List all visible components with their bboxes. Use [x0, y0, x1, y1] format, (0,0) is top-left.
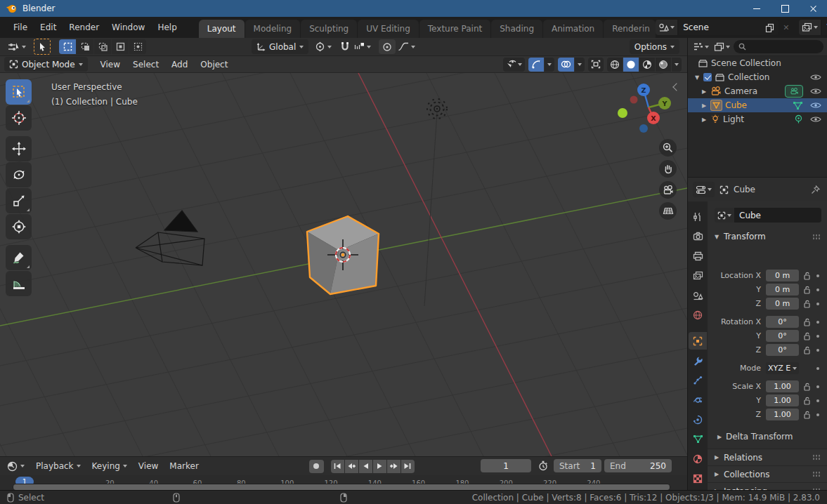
object-visibility-dropdown[interactable] — [503, 58, 525, 72]
expand-icon[interactable]: ▼ — [693, 74, 701, 81]
unlink-scene-icon[interactable]: ✕ — [780, 23, 792, 32]
animate-dot[interactable] — [816, 274, 819, 277]
object-id-dropdown[interactable] — [715, 208, 734, 223]
tab-scene[interactable] — [689, 286, 707, 304]
axis-neg-x-ball[interactable] — [630, 96, 638, 104]
tab-world[interactable] — [689, 306, 707, 324]
animate-dot[interactable] — [816, 385, 819, 388]
auto-keyframe-button[interactable] — [309, 460, 324, 473]
tool-move[interactable] — [6, 136, 32, 161]
panel-grip-icon[interactable] — [812, 454, 821, 460]
tab-view-layer[interactable] — [689, 267, 707, 284]
tab-object[interactable] — [689, 332, 707, 350]
tab-animation[interactable]: Animation — [543, 20, 603, 38]
viewport-3d[interactable]: User Perspective (1) Collection | Cube — [0, 73, 687, 456]
axis-z-ball[interactable]: Z — [637, 84, 650, 96]
animate-dot[interactable] — [816, 367, 819, 370]
playback-menu[interactable]: Playback — [31, 461, 86, 471]
animate-dot[interactable] — [816, 321, 819, 324]
hide-eye-icon[interactable] — [810, 116, 821, 123]
collapse-icon[interactable]: ▶ — [701, 102, 708, 109]
location-z-field[interactable]: 0 m — [766, 298, 799, 310]
scale-y-field[interactable]: 1.00 — [766, 394, 799, 406]
light-data-badge[interactable] — [794, 114, 803, 124]
object-name-input[interactable]: Cube — [734, 208, 821, 223]
menu-add[interactable]: Add — [166, 60, 193, 69]
hide-eye-icon[interactable] — [810, 74, 821, 81]
view-layer-browse-button[interactable] — [799, 20, 821, 35]
lock-icon[interactable] — [804, 346, 811, 354]
tab-output[interactable] — [689, 247, 707, 265]
tab-tool[interactable] — [689, 208, 707, 225]
view-layer-name-field[interactable]: View Layer — [822, 20, 827, 35]
outliner-row-scene-collection[interactable]: Scene Collection — [688, 56, 827, 70]
outliner-display-dropdown[interactable] — [712, 42, 731, 52]
location-y-field[interactable]: 0 m — [766, 284, 799, 296]
menu-view[interactable]: View — [95, 60, 126, 69]
tab-particles[interactable] — [689, 371, 707, 389]
hide-eye-icon[interactable] — [810, 102, 821, 109]
scale-x-field[interactable]: 1.00 — [766, 380, 799, 392]
view-menu[interactable]: View — [134, 461, 163, 471]
relations-panel-header[interactable]: ▶ Relations — [708, 449, 827, 465]
lock-icon[interactable] — [804, 300, 811, 308]
tab-sculpting[interactable]: Sculpting — [301, 20, 357, 38]
animate-dot[interactable] — [816, 399, 819, 402]
shading-dropdown[interactable] — [672, 58, 682, 72]
rotation-mode-dropdown[interactable]: XYZ E — [766, 362, 799, 374]
lock-icon[interactable] — [804, 332, 811, 340]
animate-dot[interactable] — [816, 413, 819, 416]
snap-toggle-button[interactable] — [338, 39, 352, 55]
animate-dot[interactable] — [816, 335, 819, 338]
tool-measure[interactable] — [6, 271, 32, 296]
pan-button[interactable] — [659, 160, 677, 178]
shading-rendered-button[interactable] — [656, 58, 671, 72]
animate-dot[interactable] — [816, 289, 819, 291]
location-x-field[interactable]: 0 m — [766, 270, 799, 281]
scene-name-field[interactable]: Scene — [679, 20, 779, 35]
panel-grip-icon[interactable] — [812, 234, 821, 240]
pin-icon[interactable] — [811, 185, 820, 194]
lock-icon[interactable] — [804, 318, 811, 326]
lock-icon[interactable] — [804, 272, 811, 280]
tab-modeling[interactable]: Modeling — [245, 20, 301, 38]
outliner-row-collection[interactable]: ▼ Collection — [688, 70, 827, 84]
shading-material-button[interactable] — [639, 58, 655, 72]
camera-data-badge[interactable] — [785, 85, 803, 98]
tool-select-box[interactable] — [6, 79, 32, 105]
tab-physics[interactable] — [689, 391, 707, 409]
jump-to-end-button[interactable] — [401, 460, 415, 473]
menu-edit[interactable]: Edit — [34, 22, 63, 32]
tab-texture[interactable] — [689, 470, 707, 487]
axis-y-ball[interactable]: Y — [658, 97, 671, 110]
animate-dot[interactable] — [816, 349, 819, 352]
scene-browse-button[interactable] — [656, 20, 677, 35]
play-reverse-button[interactable] — [359, 460, 372, 473]
minimize-button[interactable] — [743, 0, 771, 17]
camera-object[interactable] — [136, 211, 204, 265]
outliner-filter-dropdown[interactable] — [691, 42, 710, 51]
axis-x-ball[interactable]: X — [647, 112, 660, 124]
collections-panel-header[interactable]: ▶ Collections — [708, 465, 827, 482]
tool-transform[interactable] — [6, 214, 32, 239]
select-mode-intersect-button[interactable] — [129, 39, 146, 54]
outliner-search-input[interactable] — [734, 40, 823, 53]
lock-icon[interactable] — [804, 411, 811, 419]
tool-cursor[interactable] — [6, 105, 32, 131]
menu-window[interactable]: Window — [105, 22, 151, 32]
tab-modifiers[interactable] — [689, 352, 707, 369]
options-dropdown[interactable]: Options — [630, 39, 679, 54]
menu-select[interactable]: Select — [127, 60, 164, 69]
collection-checkbox[interactable] — [703, 73, 712, 81]
timeline-ruler[interactable]: 1 20 40 60 80 100 120 140 160 180 200 22… — [0, 475, 687, 491]
close-button[interactable] — [799, 0, 827, 17]
keying-menu[interactable]: Keying — [87, 461, 132, 471]
tab-object-data[interactable] — [689, 430, 707, 448]
tool-settings-dropdown[interactable] — [5, 39, 28, 55]
axis-neg-z-ball[interactable] — [639, 124, 648, 133]
panel-grip-icon[interactable] — [812, 471, 821, 477]
select-mode-invert-button[interactable] — [112, 39, 129, 54]
tab-constraints[interactable] — [689, 411, 707, 428]
mode-dropdown[interactable]: Object Mode — [4, 57, 88, 72]
tab-rendering[interactable]: Renderin — [604, 20, 656, 38]
